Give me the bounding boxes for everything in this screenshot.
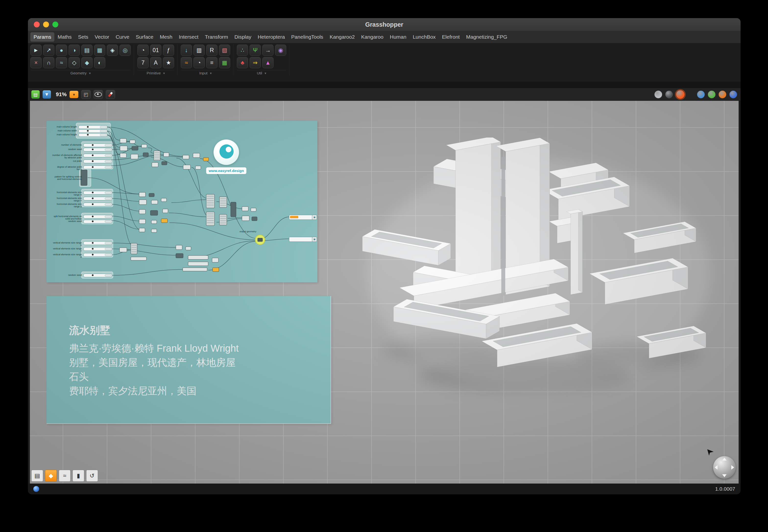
gh-component[interactable]	[176, 245, 182, 250]
gh-component[interactable]	[151, 200, 158, 204]
import-icon[interactable]: ↓	[181, 45, 192, 56]
sketch-tool-button[interactable]	[106, 90, 115, 99]
gh-component[interactable]	[242, 216, 249, 221]
output-panel-component[interactable]	[289, 215, 313, 220]
palette-group-label[interactable]: Geometry▾	[30, 70, 131, 75]
gh-component[interactable]	[131, 243, 137, 254]
save-file-button[interactable]: ▼	[43, 90, 51, 99]
gh-component[interactable]	[220, 214, 227, 225]
doc-preview-blue-button[interactable]	[697, 91, 705, 98]
zoom-dropdown-button[interactable]: ▾	[69, 91, 78, 98]
circle-param-icon[interactable]: ◑	[69, 45, 80, 56]
gh-component[interactable]	[203, 158, 209, 161]
gradient-icon[interactable]: ▧	[219, 45, 230, 56]
number-slider[interactable]	[83, 197, 112, 200]
number-slider[interactable]	[83, 165, 112, 169]
palette-group-label[interactable]: Util▾	[237, 70, 286, 75]
knob-icon[interactable]: ◔	[194, 57, 205, 68]
curve-param-icon[interactable]: ∩	[43, 57, 54, 68]
gh-component[interactable]	[161, 219, 167, 223]
relay-icon[interactable]: →	[262, 45, 274, 56]
number-slider[interactable]	[83, 220, 112, 223]
menu-item-vector[interactable]: Vector	[92, 32, 113, 42]
menu-item-display[interactable]: Display	[231, 32, 255, 42]
jump-icon[interactable]: ⇒	[250, 57, 261, 68]
number-slider[interactable]	[83, 191, 112, 195]
geometry-param-icon[interactable]: ►	[30, 45, 42, 56]
slider-icon[interactable]: ▥	[194, 45, 205, 56]
null-param-icon[interactable]: ×	[30, 57, 42, 68]
menu-item-panelingtools[interactable]: PanelingTools	[288, 32, 326, 42]
gh-component[interactable]	[161, 162, 167, 165]
solver-status-icon[interactable]	[33, 486, 39, 492]
gh-component[interactable]	[149, 193, 154, 197]
open-file-button[interactable]: ▤	[31, 90, 40, 99]
palette-group-label[interactable]: Primitive▾	[137, 70, 174, 75]
script-param-icon[interactable]: ƒ	[163, 45, 174, 56]
output-geometry-node[interactable]	[258, 238, 263, 242]
number-param-icon[interactable]: 7	[137, 57, 149, 68]
gh-component[interactable]	[151, 229, 157, 232]
time-param-icon[interactable]: ◔	[137, 45, 149, 56]
gh-component[interactable]	[143, 153, 148, 157]
integer-param-icon[interactable]: 01	[150, 45, 161, 56]
brep-param-icon[interactable]: ◎	[119, 45, 131, 56]
line-param-icon[interactable]: ≈	[56, 57, 67, 68]
number-slider[interactable]	[83, 148, 112, 151]
definition-snapshot-panel[interactable]: www.easyref.design output geometry ▣ ▣ m…	[46, 121, 317, 282]
gh-component[interactable]	[188, 255, 208, 259]
sphere-display-button[interactable]	[654, 91, 662, 98]
preview-toggle-button[interactable]	[93, 90, 103, 99]
box-param-icon[interactable]: ▦	[94, 45, 105, 56]
mesh-param-icon[interactable]: ◈	[107, 45, 118, 56]
gh-component[interactable]	[242, 207, 248, 211]
gh-component[interactable]	[139, 228, 145, 232]
doc-preview-green-button[interactable]	[708, 91, 716, 98]
scribble-icon[interactable]: ◉	[275, 45, 286, 56]
gh-component[interactable]	[176, 254, 183, 258]
gh-component[interactable]	[120, 139, 126, 143]
project-info-panel[interactable]: 流水别墅 弗兰克·劳埃德·赖特 Frank Lloyd Wright 别墅，美国…	[46, 296, 331, 424]
navigation-trackball[interactable]	[713, 456, 736, 479]
surface-param-icon[interactable]: ◇	[69, 57, 80, 68]
gh-component[interactable]	[120, 146, 127, 151]
symbol-param-icon[interactable]: ★	[163, 57, 174, 68]
gh-component[interactable]	[163, 153, 169, 157]
number-slider[interactable]	[78, 125, 107, 129]
output-panel-component-2[interactable]	[289, 237, 313, 242]
menu-item-maths[interactable]: Maths	[54, 32, 75, 42]
markup-widget-button[interactable]: ◆	[45, 470, 57, 482]
menu-item-magnetizing_fpg[interactable]: Magnetizing_FPG	[463, 32, 510, 42]
solid-param-icon[interactable]: ◆	[81, 57, 92, 68]
menu-item-surface[interactable]: Surface	[132, 32, 156, 42]
zoom-extents-button[interactable]: ◰	[81, 90, 91, 99]
gh-component[interactable]	[131, 154, 138, 159]
gh-component[interactable]	[131, 257, 146, 260]
gh-component[interactable]	[251, 208, 256, 211]
wireframe-display-button[interactable]	[665, 91, 673, 98]
gh-component[interactable]	[185, 247, 191, 250]
gh-component[interactable]	[213, 268, 219, 272]
gh-component[interactable]	[141, 144, 147, 148]
flask-icon[interactable]: ▲	[262, 57, 274, 68]
number-slider[interactable]	[83, 154, 112, 157]
gh-component[interactable]	[183, 268, 207, 271]
menu-item-intersect[interactable]: Intersect	[175, 32, 202, 42]
graph-widget-button[interactable]: ▤	[31, 470, 43, 482]
gh-component[interactable]	[252, 217, 257, 221]
cherry-picker-icon[interactable]: ♣	[237, 57, 248, 68]
gh-component[interactable]	[150, 210, 158, 215]
number-slider[interactable]	[83, 253, 112, 257]
doc-preview-orange-button[interactable]	[719, 91, 726, 98]
number-slider[interactable]	[83, 143, 112, 147]
plane-param-icon[interactable]: ▤	[81, 45, 92, 56]
number-slider[interactable]	[83, 274, 112, 277]
menu-item-transform[interactable]: Transform	[202, 32, 231, 42]
colour-swatch-icon[interactable]: ▦	[219, 57, 230, 68]
gh-component[interactable]	[151, 220, 157, 224]
menu-item-lunchbox[interactable]: LunchBox	[409, 32, 439, 42]
titlebar[interactable]: Grasshopper	[28, 18, 741, 31]
number-slider[interactable]	[83, 241, 112, 245]
grasshopper-canvas[interactable]: www.easyref.design output geometry ▣ ▣ m…	[30, 101, 739, 484]
number-slider[interactable]	[78, 133, 107, 137]
